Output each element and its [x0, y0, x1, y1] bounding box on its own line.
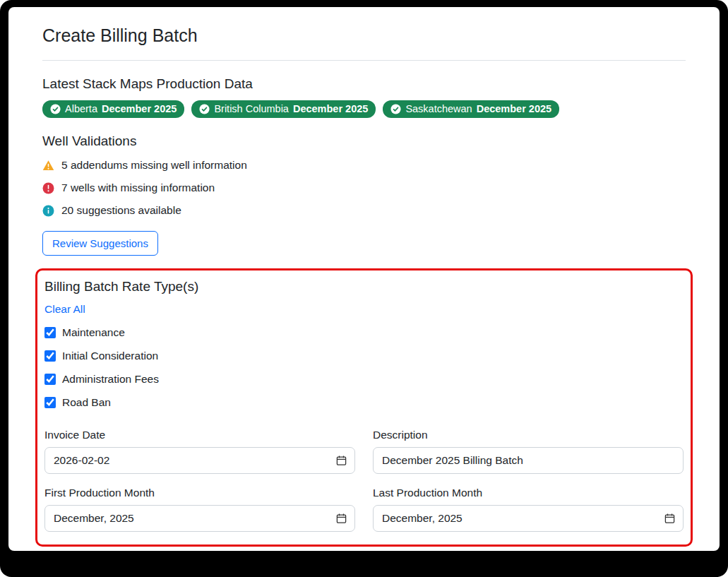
last-production-month-input[interactable]	[373, 505, 684, 532]
checkbox-label: Initial Consideration	[62, 350, 158, 362]
first-production-month-input-wrap	[44, 505, 355, 532]
check-circle-icon	[50, 104, 61, 114]
rate-types-heading: Billing Batch Rate Type(s)	[44, 279, 684, 295]
invoice-date-field: Invoice Date	[44, 429, 355, 474]
road-ban-checkbox[interactable]	[44, 397, 56, 408]
window-frame: Create Billing Batch Latest Stack Maps P…	[0, 0, 728, 577]
checkbox-label: Maintenance	[62, 326, 125, 339]
validation-item-error: 7 wells with missing information	[42, 182, 686, 194]
first-production-month-input[interactable]	[44, 505, 355, 532]
well-validations-heading: Well Validations	[42, 133, 686, 149]
clear-all-link[interactable]: Clear All	[44, 303, 85, 316]
invoice-date-label: Invoice Date	[44, 429, 355, 441]
invoice-date-input[interactable]	[44, 447, 355, 474]
validation-item-info: 20 suggestions available	[42, 204, 686, 217]
last-production-month-label: Last Production Month	[373, 487, 684, 499]
validation-text: 5 addendums missing well information	[61, 159, 247, 172]
check-circle-icon	[199, 104, 210, 114]
rate-type-checkbox-list: Maintenance Initial Consideration Admini…	[44, 326, 684, 409]
administration-fees-checkbox[interactable]	[44, 374, 56, 385]
check-circle-icon	[390, 104, 401, 114]
badge-region: Saskatchewan	[405, 103, 472, 115]
create-billing-batch-page: Create Billing Batch Latest Stack Maps P…	[8, 7, 720, 551]
validation-text: 20 suggestions available	[61, 204, 181, 217]
description-input[interactable]	[373, 447, 684, 474]
last-production-month-input-wrap	[373, 505, 684, 532]
billing-batch-form: Invoice Date Description First Pr	[44, 429, 684, 532]
invoice-date-input-wrap	[44, 447, 355, 474]
production-badge-alberta: Alberta December 2025	[42, 100, 184, 118]
error-circle-icon	[42, 182, 54, 194]
first-production-month-label: First Production Month	[44, 487, 355, 499]
rate-types-highlighted-section: Billing Batch Rate Type(s) Clear All Mai…	[35, 268, 693, 547]
checkbox-row-road-ban[interactable]: Road Ban	[44, 396, 684, 409]
description-field: Description	[373, 429, 684, 474]
checkbox-row-initial-consideration[interactable]: Initial Consideration	[44, 350, 684, 362]
production-data-heading: Latest Stack Maps Production Data	[42, 76, 686, 92]
badge-date: December 2025	[477, 103, 551, 115]
production-badge-saskatchewan: Saskatchewan December 2025	[383, 100, 559, 118]
validation-list: 5 addendums missing well information 7 w…	[42, 159, 686, 217]
badge-region: British Columbia	[214, 103, 289, 115]
divider	[42, 60, 686, 61]
first-production-month-field: First Production Month	[44, 487, 355, 532]
validation-text: 7 wells with missing information	[61, 182, 215, 194]
last-production-month-field: Last Production Month	[373, 487, 684, 532]
badge-region: Alberta	[65, 103, 97, 115]
warning-triangle-icon	[42, 160, 54, 172]
production-badge-british-columbia: British Columbia December 2025	[191, 100, 376, 118]
info-circle-icon	[42, 205, 54, 217]
checkbox-label: Administration Fees	[62, 373, 159, 386]
description-input-wrap	[373, 447, 684, 474]
page-title: Create Billing Batch	[42, 25, 686, 46]
description-label: Description	[373, 429, 684, 441]
production-badge-row: Alberta December 2025 British Columbia D…	[42, 100, 686, 118]
badge-date: December 2025	[293, 103, 368, 115]
review-suggestions-button[interactable]: Review Suggestions	[42, 231, 158, 256]
validation-item-warning: 5 addendums missing well information	[42, 159, 686, 172]
initial-consideration-checkbox[interactable]	[44, 350, 56, 362]
checkbox-label: Road Ban	[62, 396, 111, 409]
checkbox-row-administration-fees[interactable]: Administration Fees	[44, 373, 684, 386]
checkbox-row-maintenance[interactable]: Maintenance	[44, 326, 684, 339]
maintenance-checkbox[interactable]	[44, 327, 56, 338]
badge-date: December 2025	[102, 103, 177, 115]
